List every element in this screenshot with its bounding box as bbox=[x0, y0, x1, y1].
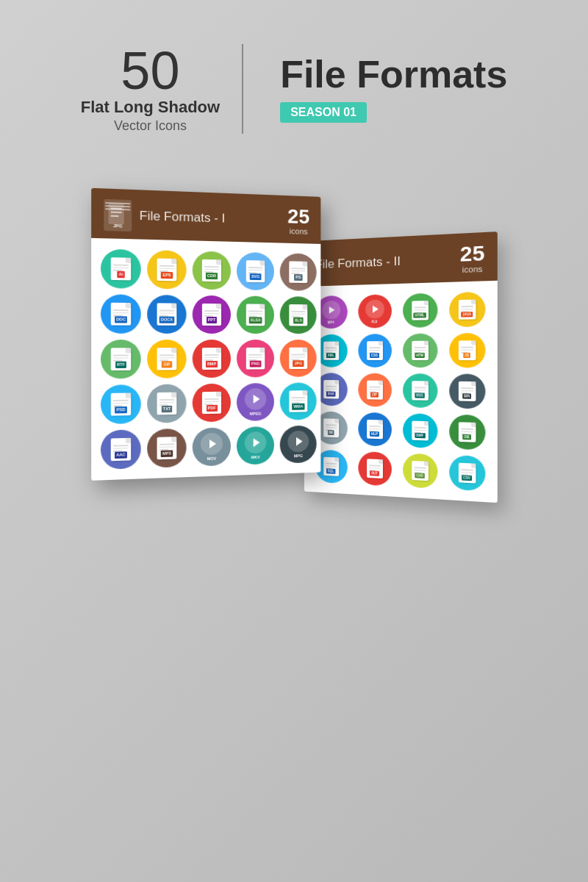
file-icon-zip: ZIP bbox=[358, 373, 392, 406]
file-icon-swf: SWF bbox=[403, 413, 437, 448]
book1-title: File Formats - I bbox=[140, 208, 281, 227]
file-icon-ps: PS bbox=[280, 253, 317, 291]
file-icon-css: CSS bbox=[358, 334, 392, 368]
file-icon-java: JAVA bbox=[449, 291, 485, 326]
file-icon-mov: MOV bbox=[193, 427, 231, 466]
file-icon-db: DB bbox=[449, 414, 485, 450]
file-icon-html: HTML bbox=[403, 293, 437, 327]
header-section: 50 Flat Long Shadow Vector Icons File Fo… bbox=[0, 0, 588, 163]
main-title: File Formats bbox=[280, 55, 507, 93]
books-container: JPG File Formats - I 25 icons AIEPSCDRSV… bbox=[0, 178, 588, 512]
file-icon-jpg: JPG bbox=[280, 340, 317, 377]
file-icon-rtf: RTF bbox=[101, 340, 141, 379]
file-icon-bmp: BMP bbox=[193, 340, 231, 378]
file-icon-psd: PSD bbox=[101, 384, 141, 424]
file-icon-gif: GIF bbox=[147, 340, 187, 379]
svg-rect-0 bbox=[109, 203, 124, 224]
main-number: 50 bbox=[81, 44, 220, 97]
file-icon-rss: RSS bbox=[403, 373, 437, 408]
file-icon-mkv: MKV bbox=[237, 426, 274, 465]
file-icon-mpg: MPG bbox=[280, 425, 317, 463]
file-icon-mpeg: MPEG bbox=[237, 383, 274, 421]
file-icon-js: JS bbox=[449, 332, 485, 368]
book2-count: 25 icons bbox=[460, 243, 484, 274]
file-icon-doc: DOC bbox=[101, 294, 141, 334]
file-icon-svg: SVG bbox=[237, 251, 274, 290]
book1-count: 25 icons bbox=[287, 206, 309, 235]
file-icon-aac: AAC bbox=[101, 429, 141, 470]
file-icon-xlsx: XLSX bbox=[237, 295, 274, 334]
file-icon-pdf: PDF bbox=[193, 383, 231, 422]
header-right: File Formats SEASON 01 bbox=[265, 55, 507, 123]
file-icon-docx: DOCX bbox=[147, 295, 187, 334]
subtitle2: Vector Icons bbox=[81, 118, 220, 134]
file-icon-mp3: MP3 bbox=[147, 428, 187, 467]
file-icon-txt: TXT bbox=[147, 384, 187, 423]
file-icon-htm: HTM bbox=[403, 333, 437, 368]
book1-grid: AIEPSCDRSVGPSDOCDOCXPPTXLSXXLSRTFGIFBMPP… bbox=[91, 237, 320, 480]
file-icon-bin: BIN bbox=[449, 373, 485, 409]
file-icon-eps: EPS bbox=[147, 250, 187, 290]
file-icon-wma: WMA bbox=[280, 382, 317, 420]
file-icon-cdr: CDR bbox=[193, 251, 231, 290]
file-icon-ai: AI bbox=[101, 248, 141, 288]
file-icon-ppt: PPT bbox=[193, 295, 231, 333]
subtitle1: Flat Long Shadow bbox=[81, 97, 220, 118]
file-icon-hlp: HLP bbox=[358, 412, 392, 446]
book2-header: File Formats - II 25 icons bbox=[304, 232, 498, 287]
file-icon-flv: FLV bbox=[358, 294, 392, 328]
book-front: JPG File Formats - I 25 icons AIEPSCDRSV… bbox=[91, 187, 320, 480]
book2-title: File Formats - II bbox=[315, 251, 452, 271]
file-icon-aut: AUT bbox=[358, 451, 392, 486]
book2-grid: MP4FLVHTMLJAVAXMLCSSHTMJSRARZIPRSSBININI… bbox=[304, 280, 498, 502]
book-back: File Formats - II 25 icons MP4FLVHTMLJAV… bbox=[304, 232, 498, 503]
file-icon-png: PNG bbox=[237, 340, 274, 378]
season-badge: SEASON 01 bbox=[280, 102, 367, 123]
book1-header: JPG File Formats - I 25 icons bbox=[91, 187, 320, 243]
file-icon-csv: CSV bbox=[449, 454, 485, 491]
file-icon-cad: CAD bbox=[403, 453, 437, 489]
header-left: 50 Flat Long Shadow Vector Icons bbox=[81, 44, 243, 134]
book1-header-icon: JPG bbox=[104, 198, 132, 231]
file-icon-xls: XLS bbox=[280, 296, 317, 334]
